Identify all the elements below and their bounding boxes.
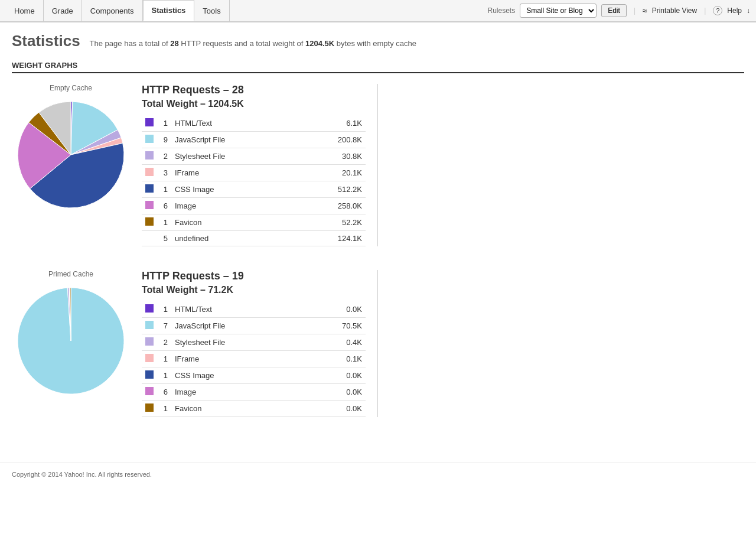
rulesets-label: Rulesets bbox=[488, 6, 516, 15]
printable-icon: ≈ bbox=[643, 6, 647, 15]
subtitle-suffix: bytes with empty cache bbox=[334, 39, 416, 48]
help-icon: ? bbox=[713, 6, 722, 15]
color-swatch bbox=[145, 337, 154, 346]
page-subtitle: The page has a total of 28 HTTP requests… bbox=[90, 39, 416, 48]
primed-cache-table: 1 HTML/Text 0.0K 7 JavaScript File 70.5K… bbox=[142, 301, 366, 417]
copyright-text: Copyright © 2014 Yahoo! Inc. All rights … bbox=[12, 471, 152, 478]
row-label: CSS Image bbox=[171, 367, 324, 384]
row-size: 0.0K bbox=[324, 367, 366, 384]
edit-button[interactable]: Edit bbox=[601, 4, 627, 17]
row-label: HTML/Text bbox=[171, 301, 324, 318]
table-row: 1 HTML/Text 6.1K bbox=[142, 115, 366, 132]
row-label: JavaScript File bbox=[171, 318, 324, 334]
row-count: 6 bbox=[157, 198, 171, 214]
table-row: 1 CSS Image 512.2K bbox=[142, 181, 366, 198]
tab-tools[interactable]: Tools bbox=[194, 0, 229, 21]
total-weight: 1204.5K bbox=[305, 39, 334, 48]
row-size: 6.1K bbox=[324, 115, 366, 132]
subtitle-mid: HTTP requests and a total weight of bbox=[179, 39, 305, 48]
row-size: 20.1K bbox=[324, 165, 366, 181]
table-row: 6 Image 258.0K bbox=[142, 198, 366, 214]
printable-view-link[interactable]: Printable View bbox=[652, 6, 698, 15]
row-count: 2 bbox=[157, 334, 171, 351]
row-label: Image bbox=[171, 198, 324, 214]
row-count: 5 bbox=[157, 231, 171, 246]
row-label: JavaScript File bbox=[171, 132, 324, 148]
section-header-weight-graphs: WEIGHT GRAPHS bbox=[12, 61, 744, 73]
primed-cache-label: Primed Cache bbox=[12, 270, 130, 278]
table-row: 1 CSS Image 0.0K bbox=[142, 367, 366, 384]
content: Statistics The page has a total of 28 HT… bbox=[0, 22, 756, 450]
tab-statistics[interactable]: Statistics bbox=[143, 0, 195, 21]
empty-cache-row: Empty Cache HTTP Requests – 28 Total Wei… bbox=[12, 84, 744, 246]
primed-cache-weight-label: Total Weight – 71.2K bbox=[142, 285, 366, 295]
table-row: 3 IFrame 20.1K bbox=[142, 165, 366, 181]
row-size: 512.2K bbox=[324, 181, 366, 198]
color-swatch bbox=[145, 304, 154, 313]
row-size: 0.1K bbox=[324, 351, 366, 367]
row-label: Favicon bbox=[171, 401, 324, 417]
row-size: 30.8K bbox=[324, 148, 366, 165]
color-swatch bbox=[145, 321, 154, 329]
tab-grade[interactable]: Grade bbox=[44, 0, 82, 21]
table-row: 2 Stylesheet File 0.4K bbox=[142, 334, 366, 351]
color-swatch bbox=[145, 201, 154, 209]
row-label: Stylesheet File bbox=[171, 334, 324, 351]
subtitle-prefix: The page has a total of bbox=[90, 39, 171, 48]
footer: Copyright © 2014 Yahoo! Inc. All rights … bbox=[0, 462, 756, 486]
table-row: 1 HTML/Text 0.0K bbox=[142, 301, 366, 318]
row-count: 1 bbox=[157, 301, 171, 318]
empty-cache-info: HTTP Requests – 28 Total Weight – 1204.5… bbox=[142, 84, 378, 246]
color-swatch bbox=[145, 135, 154, 143]
row-count: 6 bbox=[157, 384, 171, 401]
row-size: 0.4K bbox=[324, 334, 366, 351]
row-label: CSS Image bbox=[171, 181, 324, 198]
row-label: IFrame bbox=[171, 165, 324, 181]
color-swatch bbox=[145, 370, 154, 379]
row-label: HTML/Text bbox=[171, 115, 324, 132]
row-label: Favicon bbox=[171, 214, 324, 231]
table-row: 1 Favicon 52.2K bbox=[142, 214, 366, 231]
row-label: IFrame bbox=[171, 351, 324, 367]
table-row: 1 IFrame 0.1K bbox=[142, 351, 366, 367]
table-row: 5 undefined 124.1K bbox=[142, 231, 366, 246]
row-count: 1 bbox=[157, 181, 171, 198]
row-count: 9 bbox=[157, 132, 171, 148]
row-label: Stylesheet File bbox=[171, 148, 324, 165]
tab-components[interactable]: Components bbox=[82, 0, 143, 21]
primed-cache-row: Primed Cache HTTP Requests – 19 Total We… bbox=[12, 270, 744, 417]
color-swatch bbox=[145, 403, 154, 412]
table-row: 1 Favicon 0.0K bbox=[142, 401, 366, 417]
table-row: 9 JavaScript File 200.8K bbox=[142, 132, 366, 148]
header-right: Rulesets Small Site or Blog Edit | ≈ Pri… bbox=[488, 4, 751, 18]
color-swatch bbox=[145, 118, 154, 126]
row-label: undefined bbox=[171, 231, 324, 246]
requests-count: 28 bbox=[170, 39, 178, 48]
page-title: Statistics bbox=[12, 32, 80, 50]
empty-cache-table: 1 HTML/Text 6.1K 9 JavaScript File 200.8… bbox=[142, 115, 366, 246]
row-count: 2 bbox=[157, 148, 171, 165]
empty-cache-chart-container: Empty Cache bbox=[12, 84, 130, 216]
row-count: 1 bbox=[157, 115, 171, 132]
divider: | bbox=[634, 6, 636, 15]
row-size: 0.0K bbox=[324, 384, 366, 401]
primed-cache-chart-container: Primed Cache bbox=[12, 270, 130, 402]
help-arrow-icon: ↓ bbox=[747, 6, 750, 15]
color-swatch bbox=[145, 184, 154, 193]
primed-cache-requests-label: HTTP Requests – 19 bbox=[142, 270, 366, 282]
primed-cache-info: HTTP Requests – 19 Total Weight – 71.2K … bbox=[142, 270, 378, 417]
row-size: 124.1K bbox=[324, 231, 366, 246]
rulesets-select[interactable]: Small Site or Blog bbox=[520, 4, 597, 18]
row-size: 52.2K bbox=[324, 214, 366, 231]
row-size: 70.5K bbox=[324, 318, 366, 334]
row-count: 7 bbox=[157, 318, 171, 334]
empty-cache-pie-chart bbox=[12, 96, 130, 214]
row-size: 0.0K bbox=[324, 401, 366, 417]
color-swatch bbox=[145, 387, 154, 395]
color-swatch bbox=[145, 168, 154, 176]
color-swatch bbox=[145, 151, 154, 160]
help-link[interactable]: Help bbox=[727, 6, 742, 15]
table-row: 6 Image 0.0K bbox=[142, 384, 366, 401]
row-size: 200.8K bbox=[324, 132, 366, 148]
tab-home[interactable]: Home bbox=[6, 0, 44, 21]
